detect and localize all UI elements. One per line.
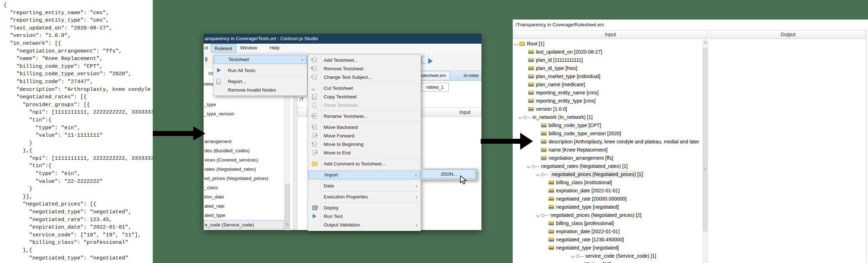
menu-item-deploy[interactable]: Deploy — [308, 204, 421, 212]
menu-item-move-backward[interactable]: ◄Move Backward — [308, 123, 421, 132]
menu-item-move-to-end[interactable]: ►Move to End — [308, 149, 421, 157]
window-title: ansparency in Coverage/Tests.ert - Corti… — [205, 36, 318, 41]
menu-item-add-comment-to-testsheet[interactable]: Add Comment to Testsheet... — [308, 160, 421, 168]
menu-item-rename-testsheet[interactable]: ▭Rename Testsheet... — [308, 112, 421, 121]
tree-row[interactable]: negotiated_prices (Negotiated_prices) [2… — [513, 211, 702, 219]
tree-row[interactable]: last_updated_on [2020-08-27] — [513, 48, 702, 56]
pin-icon[interactable] — [205, 57, 207, 61]
chevron-down-icon[interactable] — [571, 254, 575, 258]
vocabulary-item[interactable]: vices (Covered_services) — [204, 155, 284, 165]
scrollbar-thumb[interactable] — [285, 184, 290, 230]
arrow-shaft — [153, 131, 193, 136]
tree-row[interactable]: billing_class [institutional] — [513, 179, 702, 187]
menu-item-report[interactable]: Report... — [214, 77, 307, 86]
vocabulary-item[interactable]: ated_rate — [204, 202, 284, 211]
json-source-line: "provider_groups": [{ — [4, 101, 153, 109]
attribute-icon — [541, 148, 546, 152]
menu-item-change-test-subject[interactable]: ▪Change Test Subject... — [308, 73, 421, 82]
tree-row[interactable]: item [18] — [513, 260, 702, 263]
vocabulary-item[interactable]: arrangement — [204, 137, 284, 146]
menu-bar-item-window[interactable]: Window — [240, 44, 257, 52]
menu-item-data[interactable]: Data› — [308, 182, 421, 190]
menu-item-remove-testsheet[interactable]: ×Remove Testsheet — [308, 65, 421, 73]
vocabulary-item[interactable]: des (Bundled_codes) — [204, 146, 284, 155]
menu-item-cut-testsheet[interactable]: ✂Cut Testsheet — [308, 84, 421, 93]
tree-row[interactable]: in_network (In_network) [1] — [513, 113, 702, 121]
attribute-icon — [528, 91, 534, 95]
vocabulary-item[interactable] — [204, 128, 284, 137]
vocabulary-item[interactable] — [204, 119, 284, 128]
chevron-down-icon[interactable] — [536, 172, 540, 176]
menu-item-run-all-tests[interactable]: Run All Tests — [214, 66, 307, 75]
chevron-down-icon[interactable] — [514, 42, 518, 45]
tree-row[interactable]: description [Arthroplasty, knee condyle … — [513, 138, 702, 146]
vocabulary-item[interactable]: tion_date — [204, 192, 284, 202]
menu-bar-item-ruletest[interactable]: Ruletest — [211, 44, 236, 53]
vocabulary-item[interactable]: ated_type — [204, 211, 284, 220]
tree-row[interactable]: negotiated_prices (Negotiated_prices) [1… — [513, 170, 702, 179]
tree-row[interactable]: plan_id_type [hios] — [513, 64, 702, 72]
tree-row[interactable]: negotiated_type [negotiated] — [513, 244, 702, 252]
attribute-icon — [549, 221, 554, 225]
vocabulary-item[interactable]: _type_version — [204, 109, 284, 119]
run-button-icon[interactable] — [428, 58, 433, 64]
association-icon — [528, 117, 531, 118]
menu-item-execution-properties[interactable]: Execution Properties› — [308, 193, 421, 201]
menu-item-run-test[interactable]: Run Test — [308, 212, 421, 221]
tree-row[interactable]: negotiated_type [negotiated] — [513, 203, 702, 211]
tree-row[interactable]: negotiation_arrangement [ffs] — [513, 154, 702, 162]
input-column-header: Input — [421, 108, 481, 117]
vocabulary-item[interactable]: _class — [204, 183, 284, 192]
menu-item-testsheet[interactable]: Testsheet› — [214, 55, 307, 64]
input-column-header[interactable]: Input — [513, 30, 708, 39]
menu-item-paste-testsheet[interactable]: Paste Testsheet — [308, 101, 421, 110]
tree-row[interactable]: plan_name [medicare] — [513, 81, 702, 89]
menu-item-remove-invalid-nodes[interactable]: Remove Invalid Nodes — [214, 86, 307, 94]
json-source-line: "version": "1.0.0", — [4, 32, 153, 40]
tree-row[interactable]: expiration_date [2022-01-01] — [513, 187, 702, 195]
tree-row[interactable]: billing_code_type_version [2020] — [513, 130, 702, 138]
menu-item-output-validation[interactable]: Output Validation› — [308, 221, 421, 229]
move-to-beginning-icon: ◄ — [312, 141, 318, 147]
window-title-bar[interactable]: ansparency in Coverage/Tests.ert - Corti… — [204, 34, 481, 44]
tree-row[interactable]: Root [1] — [513, 40, 702, 48]
tab-rulesheet[interactable]: ulesheet.ers — [417, 71, 450, 80]
vocabulary-item[interactable]: _type — [204, 100, 284, 109]
vocabulary-item[interactable]: e_code (Service_code) — [204, 220, 284, 229]
deploy-icon — [312, 205, 318, 211]
tree-row[interactable]: billing_code_type [CPT] — [513, 121, 702, 130]
menu-item-copy-testsheet[interactable]: Copy Testsheet — [308, 93, 421, 101]
tree-row[interactable]: billing_class [professional] — [513, 219, 702, 228]
scrollbar-thumb[interactable] — [703, 48, 707, 231]
scroll-up-button[interactable] — [703, 40, 708, 45]
tree-node-label: plan_market_type [individual] — [536, 73, 600, 79]
tree-row[interactable]: service_code (Service_code) [1] — [513, 252, 702, 260]
chevron-down-icon[interactable] — [536, 213, 540, 217]
chevron-down-icon[interactable] — [527, 164, 530, 168]
cut-icon: ✂ — [312, 85, 318, 91]
tree-row[interactable]: reporting_entity_type [cms] — [513, 97, 702, 105]
import-flyout: JSON... — [421, 168, 477, 180]
menu-item-add-testsheet[interactable]: +Add Testsheet... — [308, 56, 421, 65]
tree-row[interactable]: plan_market_type [individual] — [513, 72, 702, 81]
tree-row[interactable]: plan_id [11111111111] — [513, 56, 702, 64]
output-column-header[interactable]: Output — [710, 30, 866, 39]
menu-item-import[interactable]: Import› — [308, 171, 420, 179]
menu-bar-item-clipped[interactable]: ct — [204, 44, 208, 52]
tree-row[interactable]: expiration_date [2022-01-01] — [513, 228, 702, 236]
tree-row[interactable]: negotiated_rates (Negotiated_rates) [1] — [513, 162, 702, 170]
tree-row[interactable]: negotiated_rate [20000.000000] — [513, 195, 702, 203]
tab-in-network[interactable]: in-netw — [464, 70, 479, 81]
menu-item-move-to-beginning[interactable]: ◄Move to Beginning — [308, 140, 421, 149]
vocabulary-item[interactable]: rates (Negotiated_rates) — [204, 165, 284, 174]
tree-row[interactable]: reporting_entity_name [cms] — [513, 89, 702, 97]
menu-item-move-forward[interactable]: ►Move Forward — [308, 132, 421, 140]
tree-row[interactable]: version [1.0.0] — [513, 105, 702, 113]
tree-row[interactable]: negotiated_rate [1230.450000] — [513, 236, 702, 244]
chevron-down-icon[interactable] — [518, 115, 522, 119]
scrollbar[interactable] — [702, 40, 708, 263]
testsheet-tab[interactable]: ntitled_1 — [421, 83, 449, 92]
vocabulary-item[interactable]: ed_prices (Negotiated_prices) — [204, 174, 284, 183]
menu-bar-item-help[interactable]: Help — [270, 44, 280, 52]
tree-row[interactable]: name [Knee Replacement] — [513, 146, 702, 154]
